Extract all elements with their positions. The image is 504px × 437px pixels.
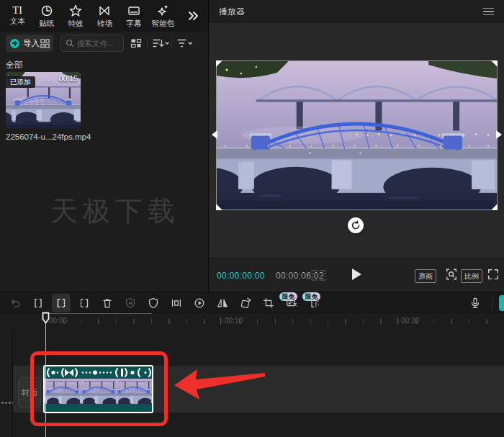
tab-smart-pack[interactable]: 智能包 bbox=[148, 1, 177, 30]
resize-handle-left[interactable] bbox=[212, 130, 217, 139]
tab-stickers[interactable]: 贴纸 bbox=[32, 1, 60, 30]
ai-matting-icon[interactable] bbox=[121, 294, 140, 312]
original-quality-button[interactable]: 原画 bbox=[415, 269, 436, 283]
watermark-text: 天极下载 bbox=[29, 193, 202, 230]
playhead-line bbox=[45, 323, 46, 437]
duration-label: 00:15 bbox=[59, 74, 78, 83]
flip-icon[interactable] bbox=[213, 294, 232, 312]
more-tools-button[interactable] bbox=[179, 1, 208, 30]
player-controls: 00:00:00:00 00:00:06:02 原画 比例 bbox=[209, 258, 504, 292]
divider bbox=[492, 297, 493, 310]
play-button[interactable] bbox=[352, 269, 361, 280]
player-title: 播放器 bbox=[219, 6, 245, 18]
fullscreen-icon[interactable] bbox=[487, 268, 500, 281]
free-badge: 限免 bbox=[302, 292, 320, 301]
ruler-label: 00:00 bbox=[49, 317, 67, 325]
video-editor-window: TI 文本 贴纸 特效 转场 字幕 bbox=[0, 0, 504, 437]
media-item-thumbnail[interactable]: 已添加 00:15 bbox=[6, 72, 81, 128]
resize-handle-bottom-left[interactable] bbox=[216, 204, 222, 210]
player-panel: 播放器 00:00:00:00 00:00:06:02 bbox=[209, 0, 504, 292]
video-preview[interactable] bbox=[217, 61, 497, 210]
current-timecode: 00:00:00:00 bbox=[217, 271, 265, 281]
player-header: 播放器 bbox=[209, 0, 504, 23]
timeline-video-clip[interactable] bbox=[43, 365, 153, 413]
media-library-panel: 导入 全部 已添加 00:15 2256074-u...24fps.mp4 bbox=[0, 32, 209, 292]
import-plus-icon bbox=[10, 39, 19, 48]
player-menu-icon[interactable] bbox=[483, 8, 494, 16]
captions-icon bbox=[127, 4, 141, 18]
crop-icon[interactable] bbox=[259, 294, 278, 312]
ruler-label: 00:10 bbox=[225, 317, 243, 325]
export-button-partial[interactable] bbox=[499, 295, 504, 311]
timeline-panel[interactable]: 00:00 00:10 00:20 封面 bbox=[0, 313, 504, 437]
track-header-rail bbox=[0, 328, 13, 437]
asset-category-toolbar: TI 文本 贴纸 特效 转场 字幕 bbox=[0, 0, 209, 32]
resize-handle-top-left[interactable] bbox=[216, 60, 222, 67]
search-input[interactable] bbox=[77, 39, 120, 48]
media-filename: 2256074-u...24fps.mp4 bbox=[6, 132, 91, 141]
player-viewport bbox=[209, 23, 504, 258]
text-icon: TI bbox=[13, 6, 22, 16]
clip-extent-indicator bbox=[45, 313, 152, 314]
split-keep-left-icon[interactable] bbox=[52, 294, 71, 312]
sort-button[interactable] bbox=[152, 37, 169, 49]
rotate-handle[interactable] bbox=[348, 217, 364, 233]
filter-button[interactable] bbox=[176, 37, 195, 49]
view-mode-icon[interactable] bbox=[130, 37, 142, 49]
resize-handle-right[interactable] bbox=[496, 130, 502, 139]
search-icon bbox=[66, 39, 74, 48]
delete-icon[interactable] bbox=[98, 294, 117, 312]
ruler-tick bbox=[220, 317, 221, 325]
video-content bbox=[217, 61, 497, 210]
record-voiceover-icon[interactable] bbox=[467, 294, 484, 312]
rotate-icon[interactable] bbox=[236, 294, 255, 312]
undo-icon[interactable] bbox=[6, 294, 24, 312]
aspect-ratio-button[interactable]: 比例 bbox=[461, 269, 482, 283]
cover-button[interactable]: 封面 bbox=[18, 377, 41, 408]
transition-bowtie-icon bbox=[97, 4, 112, 18]
frame-preview-icon[interactable] bbox=[311, 270, 326, 281]
split-icon[interactable] bbox=[29, 294, 48, 312]
search-files-box[interactable] bbox=[60, 35, 124, 52]
tab-text[interactable]: TI 文本 bbox=[3, 1, 32, 30]
divider bbox=[147, 38, 148, 48]
split-keep-right-icon[interactable] bbox=[75, 294, 94, 312]
ruler-tick bbox=[397, 317, 397, 325]
ruler-label: 00:20 bbox=[401, 317, 419, 325]
zoom-fit-icon[interactable] bbox=[445, 268, 458, 281]
double-chevron-right-icon bbox=[187, 10, 200, 22]
tab-transitions[interactable]: 转场 bbox=[90, 1, 119, 30]
track-options-icon[interactable] bbox=[1, 402, 14, 404]
resize-handle-bottom-right[interactable] bbox=[491, 204, 498, 210]
clip-audio-waveform bbox=[45, 366, 152, 379]
added-badge: 已添加 bbox=[6, 76, 35, 88]
speed-icon[interactable] bbox=[190, 294, 209, 312]
playhead-handle[interactable] bbox=[42, 312, 50, 324]
timeline-ruler[interactable] bbox=[45, 319, 504, 324]
divider bbox=[171, 38, 172, 48]
sticker-icon bbox=[40, 4, 54, 18]
mask-icon[interactable] bbox=[144, 294, 163, 312]
resize-handle-top-right[interactable] bbox=[491, 60, 498, 67]
tab-effects[interactable]: 特效 bbox=[61, 1, 90, 30]
edit-toolbar: 限免 限免 bbox=[0, 292, 504, 313]
effects-star-icon bbox=[68, 4, 83, 18]
tab-all-media[interactable]: 全部 bbox=[6, 59, 23, 71]
clip-bottom-strip bbox=[45, 404, 152, 410]
free-badge: 限免 bbox=[279, 292, 297, 301]
mirror-icon[interactable] bbox=[167, 294, 186, 312]
tab-captions[interactable]: 字幕 bbox=[120, 1, 148, 30]
sparkle-icon bbox=[156, 4, 170, 18]
clip-filmstrip bbox=[45, 379, 152, 404]
import-grid-icon[interactable] bbox=[40, 38, 50, 49]
